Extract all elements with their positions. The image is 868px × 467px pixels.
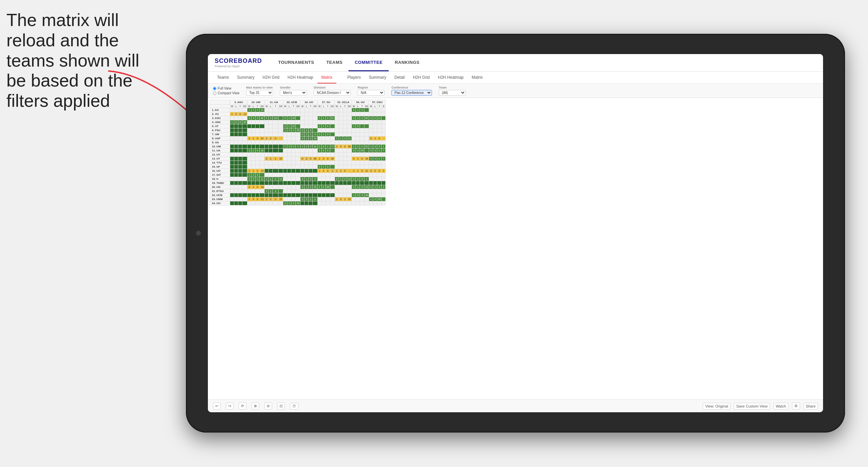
sub-nav-players-h2h-heatmap[interactable]: H2H Heatmap <box>434 72 467 83</box>
asu-l: L <box>234 105 238 108</box>
division-select[interactable]: NCAA Division I NCAA Division II <box>314 90 351 96</box>
sub-nav-teams[interactable]: Teams <box>213 72 233 83</box>
logo-sub: Powered by clippd <box>215 65 262 68</box>
nav-teams[interactable]: TEAMS <box>320 54 348 71</box>
region-select[interactable]: N/A East West <box>358 90 385 96</box>
region-filter: Region N/A East West <box>358 86 385 96</box>
ucb-t: T <box>291 105 296 108</box>
zoom-in-button[interactable]: ⊕ <box>251 402 259 410</box>
redo-button[interactable]: ↪ <box>226 402 234 410</box>
table-row: 24. UO 02029 <box>210 201 386 205</box>
asu-dif: Dif <box>242 105 247 108</box>
team-label: Team <box>439 86 466 89</box>
watch-button[interactable]: Watch <box>773 403 789 410</box>
uo-w: W <box>300 105 305 108</box>
table-row: 3. ASU 04080 50120 2048 01052 02080 3011 <box>210 116 386 120</box>
save-custom-button[interactable]: Save Custom View <box>734 403 770 410</box>
division-filter: Division NCAA Division I NCAA Division I… <box>314 86 351 96</box>
sub-nav: Teams Summary H2H Grid H2H Heatmap Matri… <box>208 72 823 84</box>
share-button[interactable]: Share <box>803 403 818 410</box>
nav-rankings[interactable]: RANKINGS <box>389 54 426 71</box>
osu-t: T <box>377 105 382 108</box>
table-row: 17. GIT 100 <box>210 173 386 177</box>
table-row: 12. UV <box>210 153 386 157</box>
division-label: Division <box>314 86 351 89</box>
nav-items: TOURNAMENTS TEAMS COMMITTEE RANKINGS <box>272 54 426 71</box>
ua-t: T <box>273 105 279 108</box>
ua-w: W <box>265 105 269 108</box>
ucb-dif: Dif <box>296 105 300 108</box>
max-teams-select[interactable]: Top 25 Top 50 All <box>246 90 273 96</box>
uu-l: L <box>356 105 360 108</box>
view-original-button[interactable]: View: Original <box>703 403 730 410</box>
region-label: Region <box>358 86 385 89</box>
uo-t: T <box>309 105 313 108</box>
share-label: Share <box>806 404 816 408</box>
col-uo: 24. UO <box>300 100 317 105</box>
table-row: 10. UW 1301 13032 04177 25068 12051 1451 <box>210 145 386 149</box>
sub-nav-h2h-heatmap[interactable]: H2H Heatmap <box>284 72 317 83</box>
uw-l: L <box>251 105 256 108</box>
sub-nav-players[interactable]: Players <box>343 72 365 83</box>
col-ucla: 31. UCLA <box>335 100 352 105</box>
col-uw: 10. UW <box>247 100 265 105</box>
nav-tournaments[interactable]: TOURNAMENTS <box>272 54 320 71</box>
table-row: 14. TTU <box>210 161 386 165</box>
sub-nav-summary[interactable]: Summary <box>233 72 258 83</box>
full-view-radio[interactable]: Full View <box>213 87 239 90</box>
save-custom-label: Save Custom View <box>736 404 768 408</box>
uu-t: T <box>360 105 364 108</box>
table-row: 16. UO 210-14 1201 110 11011 0201 <box>210 169 386 173</box>
su-w: W <box>317 105 321 108</box>
nav-committee[interactable]: COMMITTEE <box>348 54 389 71</box>
tablet-device: SCOREBOARD Powered by clippd TOURNAMENTS… <box>186 34 845 433</box>
conference-filter: Conference Pac-12 Conference All SEC <box>391 86 432 96</box>
ua-l: L <box>269 105 273 108</box>
max-teams-filter: Max teams in view Top 25 Top 50 All <box>246 86 273 96</box>
reset-button[interactable]: ⟳ <box>239 402 246 410</box>
matrix-area[interactable]: 3. ASU 10. UW 11. UA 22. UCB 24. UO 27. … <box>208 98 823 399</box>
zoom-out-button[interactable]: ⊖ <box>264 402 272 410</box>
logo-title: SCOREBOARD <box>215 57 262 65</box>
ua-dif: Dif <box>278 105 283 108</box>
ucb-w: W <box>283 105 287 108</box>
table-row: 21. ETSU 010 <box>210 189 386 193</box>
sub-nav-players-summary[interactable]: Summary <box>365 72 390 83</box>
conference-select[interactable]: Pac-12 Conference All SEC <box>391 90 432 96</box>
gender-select[interactable]: Men's Women's <box>280 90 307 96</box>
undo-button[interactable]: ↩ <box>213 402 221 410</box>
col-osu: 57. OSU <box>369 100 386 105</box>
top-nav: SCOREBOARD Powered by clippd TOURNAMENTS… <box>208 54 823 72</box>
table-row: 22. UCB 10348 <box>210 193 386 197</box>
gender-filter: Gender Men's Women's <box>280 86 307 96</box>
ucla-w: W <box>335 105 339 108</box>
sub-nav-players-matrix[interactable]: Matrix <box>468 72 487 83</box>
table-row: 15. UF 010 <box>210 165 386 169</box>
table-row: 23. UNM 200-21 20025 0010 10110 1035 <box>210 197 386 201</box>
max-teams-label: Max teams in view <box>246 86 273 89</box>
table-row: 2. VU 120-12 <box>210 112 386 116</box>
settings-button[interactable]: ⚙ <box>792 402 800 410</box>
uu-dif: Dif <box>364 105 369 108</box>
table-row: 11. UA 11018 340 0320 0307 <box>210 149 386 153</box>
table-row: 5. UT 0122 110 10 <box>210 124 386 128</box>
uw-dif: Dif <box>260 105 265 108</box>
team-select[interactable]: (All) <box>439 90 466 96</box>
sub-nav-players-h2h-grid[interactable]: H2H Grid <box>409 72 434 83</box>
col-uu: 54. UU <box>352 100 369 105</box>
sub-nav-h2h-grid[interactable]: H2H Grid <box>259 72 284 83</box>
table-row: 19. TAMU <box>210 181 386 185</box>
ucla-dif: Dif <box>347 105 352 108</box>
table-row: 4. UNC 10036 <box>210 120 386 124</box>
compact-view-radio[interactable]: Compact View <box>213 91 239 95</box>
zoom-reset-button[interactable]: ⊡ <box>277 402 285 410</box>
view-original-label: View: Original <box>705 404 728 408</box>
conference-label: Conference <box>391 86 432 89</box>
asu-t: T <box>238 105 242 108</box>
team-filter: Team (All) <box>439 86 466 96</box>
sub-nav-matrix[interactable]: Matrix <box>317 72 337 83</box>
timer-button[interactable]: ⏱ <box>290 403 298 410</box>
table-row: 8. UAF 01014 120 01015 11011 010 <box>210 137 386 141</box>
sub-nav-detail[interactable]: Detail <box>390 72 409 83</box>
osu-l: L <box>373 105 377 108</box>
